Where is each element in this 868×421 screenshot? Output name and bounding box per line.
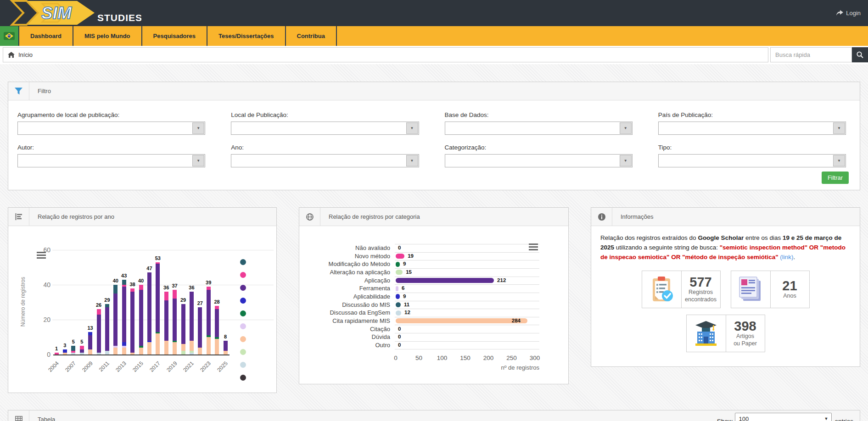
- dropdown-arrow-icon[interactable]: ▼: [833, 155, 845, 166]
- dropdown-arrow-icon[interactable]: ▼: [406, 122, 418, 134]
- legend-dot-blue: [240, 298, 246, 304]
- main-nav: DashboardMIS pelo MundoPesquisadoresTese…: [0, 26, 868, 46]
- brazil-flag-icon: [4, 32, 15, 40]
- x-tick-2019: 2019: [159, 360, 178, 379]
- filter-field-label: Local de Publicação:: [231, 111, 419, 118]
- stat-label: Anos: [783, 293, 796, 300]
- info-panel-header: Informações: [591, 208, 860, 226]
- dropdown-arrow-icon[interactable]: ▼: [192, 155, 204, 166]
- bar-segment: [55, 353, 59, 355]
- bar-2009: [88, 332, 92, 355]
- filter-grid: Agrupamento de local de publicação:▼Loca…: [17, 111, 846, 167]
- dropdown-arrow-icon[interactable]: ▼: [833, 122, 845, 134]
- search-input[interactable]: [770, 47, 852, 62]
- bar-segment: [147, 342, 151, 355]
- bar-segment: [207, 337, 211, 355]
- bar-segment: [224, 341, 228, 351]
- bar-value-2012: 40: [109, 278, 123, 283]
- chart-menu-icon[interactable]: [529, 244, 538, 252]
- filter-field-0: Agrupamento de local de publicação:▼: [17, 111, 205, 135]
- bar-segment: [122, 342, 126, 346]
- bar-segment: [215, 309, 219, 337]
- login-label: Login: [846, 10, 861, 17]
- home-icon: [8, 52, 15, 58]
- bar-2007: [71, 346, 75, 355]
- search-button[interactable]: [852, 47, 868, 62]
- category-chart-title: Relação de registros por categoria: [320, 208, 420, 226]
- globe-icon: [306, 213, 314, 221]
- dropdown-arrow-icon[interactable]: ▼: [620, 155, 632, 166]
- legend-dot-teal: [240, 259, 246, 265]
- bar-2011: [105, 304, 109, 355]
- filter-select-6[interactable]: ▼: [445, 154, 633, 167]
- bar-segment: [71, 346, 75, 351]
- row-gridline: [395, 341, 539, 342]
- bar-value-2008: 5: [75, 339, 89, 344]
- nav-brazil-flag[interactable]: [0, 26, 18, 46]
- filter-select-1[interactable]: ▼: [231, 122, 419, 135]
- filter-select-0[interactable]: ▼: [17, 122, 205, 135]
- category-chart: Não avaliado0Novo método19Modificação do…: [299, 226, 568, 384]
- stat-value: 21: [782, 279, 797, 293]
- bar-segment: [156, 333, 160, 355]
- nav-tab-pesquisadores[interactable]: Pesquisadores: [142, 26, 207, 46]
- nav-tab-dashboard[interactable]: Dashboard: [19, 26, 73, 46]
- nav-tab-teses-disserta-es[interactable]: Teses/Dissertações: [207, 26, 285, 46]
- login-button[interactable]: Login: [836, 0, 861, 26]
- bar-segment: [71, 353, 75, 355]
- bar-segment: [80, 349, 84, 353]
- x-tick-100: 100: [434, 355, 450, 361]
- dropdown-arrow-icon[interactable]: ▼: [192, 122, 204, 134]
- filter-select-3[interactable]: ▼: [658, 122, 846, 135]
- dropdown-arrow-icon[interactable]: ▼: [406, 155, 418, 166]
- filter-select-7[interactable]: ▼: [658, 154, 846, 167]
- nav-tab-mis-pelo-mundo[interactable]: MIS pelo Mundo: [73, 26, 141, 46]
- category-bar: [396, 278, 494, 283]
- x-tick-2004: 2004: [41, 360, 60, 379]
- bar-segment: [198, 307, 202, 347]
- bar-2024: [215, 306, 219, 355]
- info-text-part: utilizando a seguinte string de busca:: [614, 244, 720, 251]
- x-tick-2011: 2011: [92, 360, 111, 379]
- page-size-select[interactable]: 100 ▼: [735, 413, 832, 421]
- bar-2017: [156, 262, 160, 355]
- category-label: Ferramenta: [299, 285, 390, 292]
- x-axis-label: nº de registros: [492, 364, 539, 371]
- filter-submit-button[interactable]: Filtrar: [822, 172, 849, 184]
- nav-tab-contribua[interactable]: Contribua: [286, 26, 336, 46]
- row-gridline: [395, 293, 539, 293]
- bar-segment: [139, 348, 143, 355]
- bar-2015: [139, 285, 143, 355]
- stat-label: encontrados: [685, 296, 717, 304]
- filter-select-5[interactable]: ▼: [231, 154, 419, 167]
- year-chart-icon-cell: [8, 208, 29, 226]
- legend-dot-lightgreen: [240, 349, 246, 355]
- bar-segment: [164, 341, 168, 355]
- filter-select-2[interactable]: ▼: [445, 122, 633, 135]
- bar-segment: [173, 342, 177, 355]
- chart-menu-icon[interactable]: [37, 252, 46, 260]
- sim-logo-icon: SIM STUDIES: [8, 0, 141, 26]
- legend-dot-peach: [240, 336, 246, 342]
- category-label: Modificação do Metodo: [299, 260, 390, 267]
- breadcrumb[interactable]: Início: [3, 47, 768, 62]
- bar-segment: [156, 264, 160, 332]
- x-tick-2009: 2009: [75, 360, 94, 379]
- bar-segment: [181, 344, 185, 351]
- dropdown-arrow-icon[interactable]: ▼: [620, 122, 632, 134]
- x-tick-2025: 2025: [210, 360, 229, 379]
- row-gridline: [395, 277, 539, 277]
- info-text-part: Relação dos registros extraídos do: [600, 234, 698, 241]
- filter-field-2: Base de Dados:▼: [445, 111, 633, 135]
- filter-field-3: País de Publicação:▼: [658, 111, 846, 135]
- x-tick-2021: 2021: [176, 360, 195, 379]
- bar-segment: [164, 292, 168, 300]
- x-tick-2007: 2007: [58, 360, 77, 379]
- info-link[interactable]: (link): [780, 254, 793, 260]
- charts-row: Relação de registros por ano 0204060Núme…: [8, 207, 860, 393]
- table-grid-icon: [15, 416, 22, 421]
- bar-segment: [198, 348, 202, 355]
- stat-text: 398 Artigos ou Paper: [726, 315, 765, 352]
- filter-select-4[interactable]: ▼: [17, 154, 205, 167]
- category-value: 6: [402, 285, 404, 291]
